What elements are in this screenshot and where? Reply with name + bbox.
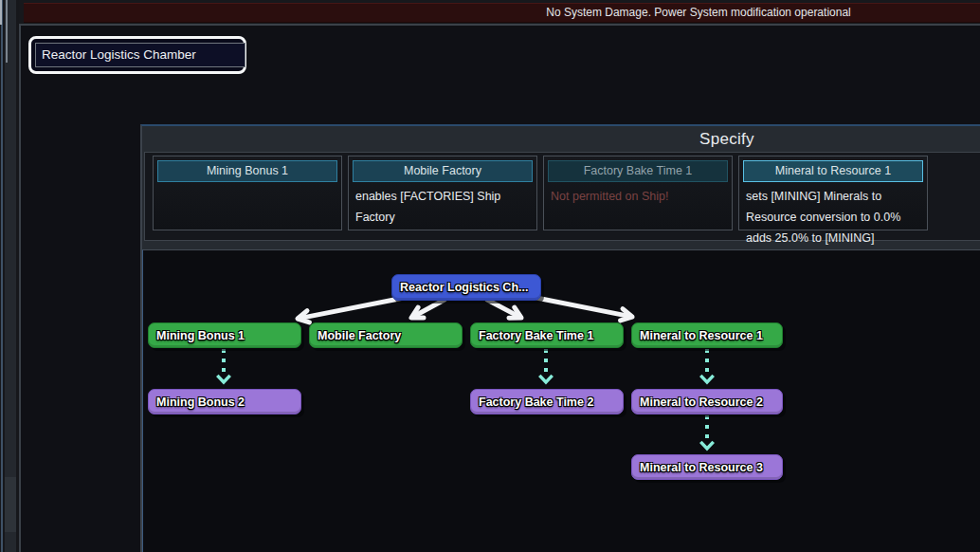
left-scrollbar-track[interactable] <box>0 0 19 552</box>
tree-node-mining-bonus-1[interactable]: Mining Bonus 1 <box>148 322 301 348</box>
left-rail-strip <box>5 0 16 552</box>
modifier-card-mobile-factory[interactable]: Mobile Factory enables [FACTORIES] ShipF… <box>348 156 537 230</box>
tree-node-mining-bonus-2[interactable]: Mining Bonus 2 <box>148 389 301 414</box>
modifier-card-title: Mining Bonus 1 <box>157 160 337 182</box>
modifier-card-title: Mobile Factory <box>353 160 533 182</box>
dashed-arrow <box>219 349 229 382</box>
tree-node-mineral-to-resource-2[interactable]: Mineral to Resource 2 <box>631 389 783 414</box>
solid-arrow <box>411 300 445 318</box>
modifier-card-body: enables [FACTORIES] ShipFactory <box>355 186 535 228</box>
card-body-line: Resource conversion to 0.0% <box>746 207 925 228</box>
modifier-card-title: Factory Bake Time 1 <box>548 160 728 182</box>
tree-node-mineral-to-resource-3[interactable]: Mineral to Resource 3 <box>631 454 783 480</box>
solid-arrow <box>536 298 632 321</box>
modifier-card-body: Not permitted on Ship! <box>551 186 730 207</box>
status-bar: No System Damage. Power System modificat… <box>24 3 980 23</box>
left-scrollbar-thumb[interactable] <box>0 0 2 25</box>
dashed-arrow <box>702 349 713 382</box>
left-rail-line <box>1 0 3 552</box>
tree-node-mobile-factory[interactable]: Mobile Factory <box>309 322 463 348</box>
specify-title: Specify <box>699 130 754 149</box>
left-scrollbar-thumb[interactable] <box>6 0 8 63</box>
modifier-card-mineral-to-resource-1[interactable]: Mineral to Resource 1 sets [MINING] Mine… <box>738 156 928 230</box>
card-body-line: Factory <box>355 207 535 228</box>
solid-arrow <box>487 300 521 318</box>
tree-node-reactor-logistics-chamber[interactable]: Reactor Logistics Ch... <box>391 274 541 301</box>
modifier-card-factory-bake-time-1[interactable]: Factory Bake Time 1 Not permitted on Shi… <box>543 156 733 230</box>
dashed-arrow <box>702 415 713 449</box>
modifier-card-title: Mineral to Resource 1 <box>743 160 923 182</box>
card-body-line: enables [FACTORIES] Ship <box>355 186 535 207</box>
part-name-field[interactable]: Reactor Logistics Chamber <box>35 43 245 67</box>
tree-node-factory-bake-time-1[interactable]: Factory Bake Time 1 <box>470 322 624 348</box>
card-body-line: sets [MINING] Minerals to <box>746 186 925 207</box>
modifier-card-mining-bonus-1[interactable]: Mining Bonus 1 <box>153 156 342 230</box>
modifier-card-body: sets [MINING] Minerals toResource conver… <box>746 186 925 248</box>
status-message: No System Damage. Power System modificat… <box>546 4 850 21</box>
tree-node-factory-bake-time-2[interactable]: Factory Bake Time 2 <box>470 389 624 414</box>
card-body-line: adds 25.0% to [MINING] <box>746 228 925 248</box>
card-body-line: Not permitted on Ship! <box>551 186 730 207</box>
modifier-cards-row: Mining Bonus 1 Mobile Factory enables [F… <box>144 152 980 241</box>
selected-part-name-box[interactable]: Reactor Logistics Chamber <box>28 36 246 74</box>
tree-node-mineral-to-resource-1[interactable]: Mineral to Resource 1 <box>631 322 783 348</box>
dashed-arrow <box>541 349 552 382</box>
upgrade-tree-panel: Reactor Logistics Ch...Mining Bonus 1Mob… <box>142 249 980 552</box>
solid-arrow <box>298 298 404 322</box>
left-rail-segment <box>5 477 16 532</box>
